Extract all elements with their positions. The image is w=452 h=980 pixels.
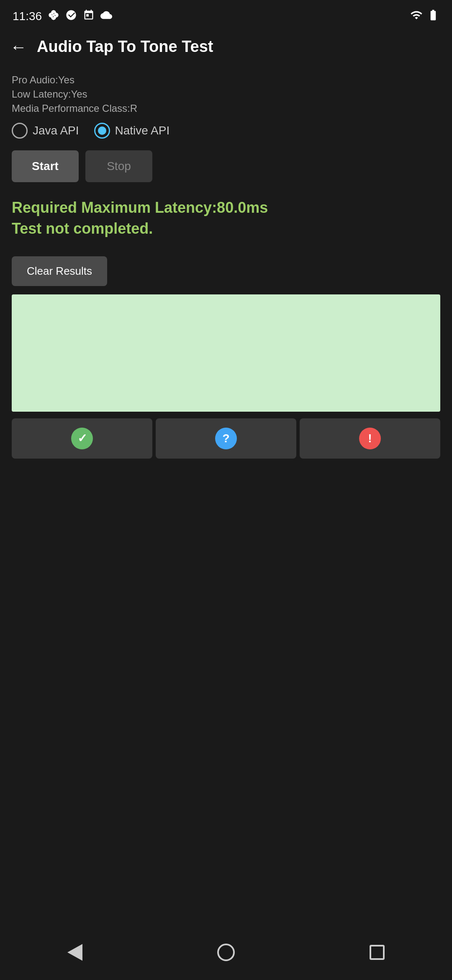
waveform-canvas [12, 294, 440, 412]
status-bar: 11:36 [0, 0, 452, 29]
media-performance-label: Media Performance Class:R [12, 103, 440, 114]
nav-home-button[interactable] [217, 944, 235, 961]
native-api-label: Native API [115, 124, 170, 137]
result-line2: Test not completed. [12, 218, 440, 239]
nav-back-button[interactable] [67, 944, 82, 961]
pass-status-button[interactable]: ✓ [12, 418, 152, 459]
result-section: Required Maximum Latency:80.0ms Test not… [12, 197, 440, 240]
nav-home-icon [217, 944, 235, 961]
app-bar: ← Audio Tap To Tone Test [0, 29, 452, 64]
pro-audio-label: Pro Audio:Yes [12, 74, 440, 86]
wifi-icon [410, 9, 423, 24]
back-button[interactable]: ← [10, 39, 27, 55]
nav-recent-icon [370, 945, 385, 960]
java-api-label: Java API [33, 124, 79, 137]
cloud-icon [100, 9, 112, 23]
calendar-icon [83, 9, 95, 23]
clear-results-button[interactable]: Clear Results [12, 256, 107, 286]
checkmark-icon: ✓ [71, 428, 93, 449]
result-line1: Required Maximum Latency:80.0ms [12, 197, 440, 218]
status-time: 11:36 [13, 10, 42, 23]
unknown-status-button[interactable]: ? [156, 418, 296, 459]
pro-audio-info: Pro Audio:Yes Low Latency:Yes Media Perf… [12, 74, 440, 114]
java-api-option[interactable]: Java API [12, 123, 79, 139]
fan-icon [48, 9, 59, 23]
navigation-bar [0, 930, 452, 980]
status-bar-right [410, 9, 439, 24]
nav-recent-button[interactable] [370, 945, 385, 960]
action-buttons: Start Stop [12, 150, 440, 182]
status-bar-left: 11:36 [13, 9, 112, 23]
fail-status-button[interactable]: ! [300, 418, 440, 459]
page-title: Audio Tap To Tone Test [37, 38, 213, 56]
stop-button[interactable]: Stop [85, 150, 152, 182]
status-buttons-row: ✓ ? ! [12, 418, 440, 459]
exclamation-icon: ! [359, 428, 381, 449]
google-icon [65, 9, 77, 23]
question-icon: ? [215, 428, 237, 449]
native-api-radio[interactable] [94, 123, 110, 139]
main-content: Pro Audio:Yes Low Latency:Yes Media Perf… [0, 64, 452, 477]
native-api-option[interactable]: Native API [94, 123, 170, 139]
low-latency-label: Low Latency:Yes [12, 88, 440, 100]
nav-back-icon [67, 944, 82, 961]
api-radio-group: Java API Native API [12, 123, 440, 139]
start-button[interactable]: Start [12, 150, 79, 182]
java-api-radio[interactable] [12, 123, 28, 139]
battery-icon [427, 9, 439, 24]
